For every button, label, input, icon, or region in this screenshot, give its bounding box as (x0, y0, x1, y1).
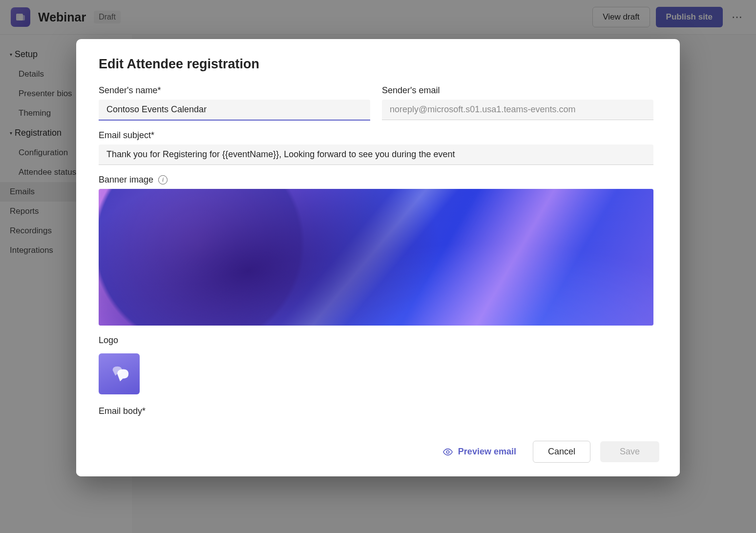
preview-email-label: Preview email (458, 447, 516, 457)
modal-overlay: Edit Attendee registration Sender's name… (0, 0, 756, 533)
banner-label: Banner image i (99, 175, 653, 185)
banner-image[interactable] (99, 189, 653, 326)
eye-icon (442, 447, 453, 457)
sender-email-input (382, 100, 653, 120)
field-sender-name: Sender's name* (99, 85, 370, 121)
edit-attendee-registration-modal: Edit Attendee registration Sender's name… (76, 39, 680, 476)
email-subject-label: Email subject* (99, 130, 653, 141)
modal-scroll[interactable]: Edit Attendee registration Sender's name… (76, 39, 680, 431)
email-subject-input[interactable] (99, 144, 653, 165)
cancel-button[interactable]: Cancel (533, 441, 590, 463)
field-sender-email: Sender's email (382, 85, 653, 121)
info-icon[interactable]: i (158, 175, 168, 184)
logo-image[interactable] (99, 353, 140, 394)
save-button: Save (600, 441, 659, 462)
sender-name-label: Sender's name* (99, 85, 370, 96)
sender-email-label: Sender's email (382, 85, 653, 96)
field-email-body: Email body* (99, 406, 653, 416)
form-row-subject: Email subject* (99, 130, 653, 165)
modal-footer: Preview email Cancel Save (76, 431, 680, 476)
form-row-sender: Sender's name* Sender's email (99, 85, 653, 121)
field-banner: Banner image i (99, 175, 653, 326)
preview-email-button[interactable]: Preview email (436, 442, 523, 462)
field-email-subject: Email subject* (99, 130, 653, 165)
modal-title: Edit Attendee registration (99, 57, 653, 72)
logo-label: Logo (99, 335, 653, 346)
field-logo: Logo (99, 335, 653, 394)
email-body-label: Email body* (99, 406, 653, 416)
svg-point-2 (446, 451, 449, 453)
banner-label-text: Banner image (99, 175, 153, 185)
sender-name-input[interactable] (99, 100, 370, 121)
